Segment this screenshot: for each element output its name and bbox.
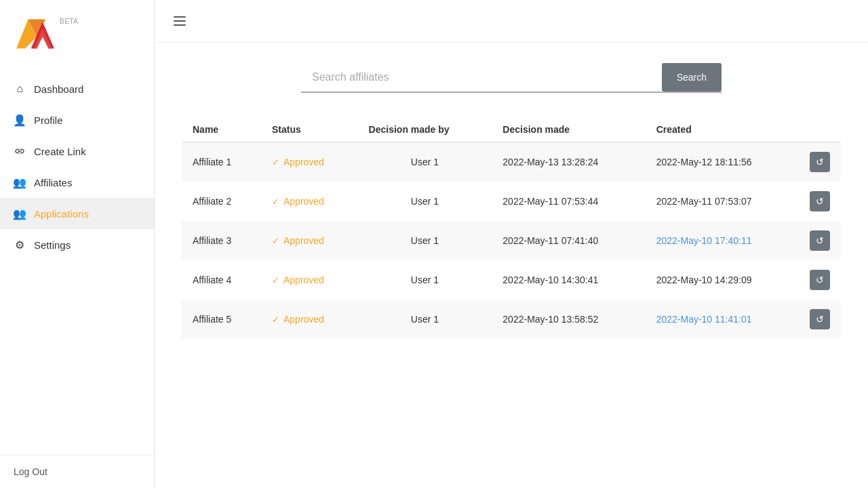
sidebar-item-profile[interactable]: 👤 Profile [0,104,154,136]
cell-decision-made: 2022-May-13 13:28:24 [492,142,645,182]
nav: ⌂ Dashboard 👤 Profile Create Link 👥 Affi… [0,68,154,455]
col-actions [799,117,841,142]
cell-status: Approved [261,221,358,260]
cell-action: ↺ [799,221,841,260]
action-button[interactable]: ↺ [810,191,830,211]
action-button[interactable]: ↺ [810,270,830,290]
cell-status: Approved [261,182,358,221]
action-button[interactable]: ↺ [810,309,830,329]
cell-status: Approved [261,260,358,300]
affiliates-table: Name Status Decision made by Decision ma… [182,117,841,339]
table-header: Name Status Decision made by Decision ma… [182,117,841,142]
cell-name: Affiliate 2 [182,182,261,221]
action-button[interactable]: ↺ [810,230,830,251]
cell-name: Affiliate 4 [182,260,261,300]
sidebar-item-applications-label: Applications [34,208,89,220]
cell-decision-by: User 1 [358,182,492,221]
col-status: Status [261,117,358,142]
cell-decision-made: 2022-May-10 13:58:52 [492,300,645,339]
main-content: Search Name Status Decision made by Deci… [155,0,868,488]
cell-created: 2022-May-10 11:41:01 [646,300,799,339]
cell-decision-by: User 1 [358,300,492,339]
cell-decision-made: 2022-May-11 07:53:44 [492,182,645,221]
cell-action: ↺ [799,260,841,300]
table-row: Affiliate 3 Approved User 1 2022-May-11 … [182,221,841,260]
col-name: Name [182,117,261,142]
table-row: Affiliate 2 Approved User 1 2022-May-11 … [182,182,841,221]
beta-badge: BETA [60,18,78,25]
sidebar-item-affiliates[interactable]: 👥 Affiliates [0,167,154,198]
gear-icon: ⚙ [14,239,26,251]
cell-name: Affiliate 5 [182,300,261,339]
table-row: Affiliate 5 Approved User 1 2022-May-10 … [182,300,841,339]
logo-svg [14,14,54,54]
cell-created: 2022-May-11 07:53:07 [646,182,799,221]
search-area: Search [182,63,841,93]
affiliates-table-container: Name Status Decision made by Decision ma… [182,117,841,339]
sidebar-item-applications[interactable]: 👥 Applications [0,198,154,229]
cell-name: Affiliate 3 [182,221,261,260]
link-icon [14,145,26,157]
search-input[interactable] [301,63,658,92]
search-button[interactable]: Search [662,63,722,92]
cell-action: ↺ [799,182,841,221]
cell-created: 2022-May-10 17:40:11 [646,221,799,260]
sidebar-item-affiliates-label: Affiliates [34,177,72,188]
sidebar-item-profile-label: Profile [34,115,63,126]
house-icon: ⌂ [14,83,26,95]
sidebar-item-dashboard-label: Dashboard [34,83,83,95]
col-decision-made: Decision made [492,117,645,142]
sidebar-item-settings[interactable]: ⚙ Settings [0,229,154,260]
action-button[interactable]: ↺ [810,152,830,172]
cell-decision-by: User 1 [358,260,492,300]
sidebar-item-create-link[interactable]: Create Link [0,136,154,167]
search-wrapper: Search [301,63,722,93]
content-area: Search Name Status Decision made by Deci… [155,43,868,488]
people-icon: 👥 [14,176,26,188]
cell-name: Affiliate 1 [182,142,261,182]
logo-area: BETA [0,0,154,68]
cell-action: ↺ [799,142,841,182]
table-row: Affiliate 1 Approved User 1 2022-May-13 … [182,142,841,182]
logout-link[interactable]: Log Out [14,466,47,477]
col-decision-by: Decision made by [358,117,492,142]
cell-created: 2022-May-10 14:29:09 [646,260,799,300]
sidebar-item-dashboard[interactable]: ⌂ Dashboard [0,73,154,104]
hamburger-button[interactable] [171,14,189,28]
cell-status: Approved [261,300,358,339]
cell-decision-by: User 1 [358,221,492,260]
person-icon: 👤 [14,114,26,126]
table-body: Affiliate 1 Approved User 1 2022-May-13 … [182,142,841,340]
topbar [155,0,868,43]
col-created: Created [646,117,799,142]
logout-area: Log Out [0,455,154,488]
cell-created: 2022-May-12 18:11:56 [646,142,799,182]
sidebar: BETA ⌂ Dashboard 👤 Profile Create Link 👥… [0,0,155,488]
table-row: Affiliate 4 Approved User 1 2022-May-10 … [182,260,841,300]
sidebar-item-create-link-label: Create Link [34,146,86,157]
cell-status: Approved [261,142,358,182]
cell-decision-made: 2022-May-11 07:41:40 [492,221,645,260]
cell-decision-made: 2022-May-10 14:30:41 [492,260,645,300]
sidebar-item-settings-label: Settings [34,239,71,251]
cell-decision-by: User 1 [358,142,492,182]
people-active-icon: 👥 [14,207,26,220]
cell-action: ↺ [799,300,841,339]
